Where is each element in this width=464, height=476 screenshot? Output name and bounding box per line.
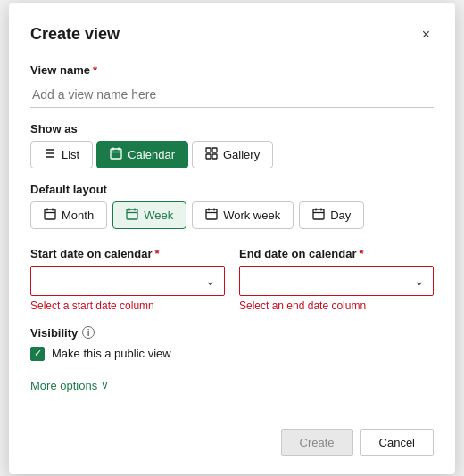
create-button[interactable]: Create xyxy=(281,429,353,456)
svg-rect-3 xyxy=(111,149,121,159)
more-options-section: More options ∨ xyxy=(30,379,434,392)
start-date-field: Start date on calendar * Select a start … xyxy=(30,247,225,312)
svg-rect-23 xyxy=(313,209,324,219)
gallery-icon xyxy=(205,147,218,162)
end-date-label: End date on calendar * xyxy=(239,247,434,260)
dialog-footer: Create Cancel xyxy=(30,414,434,456)
end-date-select-wrapper xyxy=(239,266,434,296)
visibility-label: Visibility i xyxy=(30,326,434,340)
week-cal-icon xyxy=(126,208,138,223)
public-view-checkbox-row: ✓ Make this a public view xyxy=(30,347,434,361)
start-date-select[interactable] xyxy=(30,266,225,296)
end-date-error: Select an end date column xyxy=(239,300,434,312)
start-date-required: * xyxy=(155,247,160,260)
month-cal-icon xyxy=(44,208,56,223)
more-options-button[interactable]: More options ∨ xyxy=(30,379,109,392)
close-button[interactable]: × xyxy=(418,24,434,45)
checkmark-icon: ✓ xyxy=(34,349,42,358)
svg-rect-19 xyxy=(206,209,217,219)
svg-rect-10 xyxy=(212,154,217,159)
layout-week-button[interactable]: Week xyxy=(112,201,186,229)
dialog-title: Create view xyxy=(30,25,120,44)
svg-rect-11 xyxy=(45,209,55,219)
end-date-field: End date on calendar * Select an end dat… xyxy=(239,247,434,312)
calendar-icon xyxy=(110,147,122,162)
layout-day-button[interactable]: Day xyxy=(299,201,364,229)
visibility-info-icon[interactable]: i xyxy=(82,326,95,339)
svg-rect-7 xyxy=(206,148,211,152)
chevron-down-icon: ∨ xyxy=(101,379,109,391)
create-view-dialog: Create view × View name * Show as List xyxy=(9,3,455,474)
cancel-button[interactable]: Cancel xyxy=(360,429,434,456)
public-view-checkbox[interactable]: ✓ xyxy=(30,347,45,361)
layout-month-button[interactable]: Month xyxy=(30,201,107,229)
start-date-select-wrapper xyxy=(30,266,225,296)
visibility-section: Visibility i ✓ Make this a public view xyxy=(30,326,434,361)
list-icon xyxy=(44,147,56,162)
start-date-error: Select a start date column xyxy=(30,300,225,312)
required-indicator: * xyxy=(93,63,97,77)
default-layout-section: Default layout Month xyxy=(30,183,434,229)
show-as-calendar-button[interactable]: Calendar xyxy=(96,141,188,168)
svg-rect-15 xyxy=(127,209,137,219)
end-date-required: * xyxy=(359,247,363,260)
svg-rect-9 xyxy=(206,154,211,159)
default-layout-label: Default layout xyxy=(30,183,434,196)
show-as-gallery-button[interactable]: Gallery xyxy=(192,141,273,168)
show-as-label: Show as xyxy=(30,122,434,135)
start-date-label: Start date on calendar * xyxy=(30,247,225,260)
view-name-label: View name * xyxy=(30,63,434,77)
view-name-section: View name * xyxy=(30,63,434,108)
layout-work-week-button[interactable]: Work week xyxy=(192,201,294,229)
svg-rect-8 xyxy=(212,148,217,152)
show-as-section: Show as List xyxy=(30,122,434,168)
show-as-toggle-group: List Calendar xyxy=(30,141,434,168)
show-as-list-button[interactable]: List xyxy=(30,141,93,168)
public-view-label: Make this a public view xyxy=(52,347,171,360)
work-week-cal-icon xyxy=(205,208,218,223)
view-name-input[interactable] xyxy=(30,82,434,108)
day-cal-icon xyxy=(312,208,325,223)
layout-toggle-group: Month Week xyxy=(30,201,434,229)
date-fields-row: Start date on calendar * Select a start … xyxy=(30,247,434,312)
end-date-select[interactable] xyxy=(239,266,434,296)
dialog-header: Create view × xyxy=(30,24,434,45)
